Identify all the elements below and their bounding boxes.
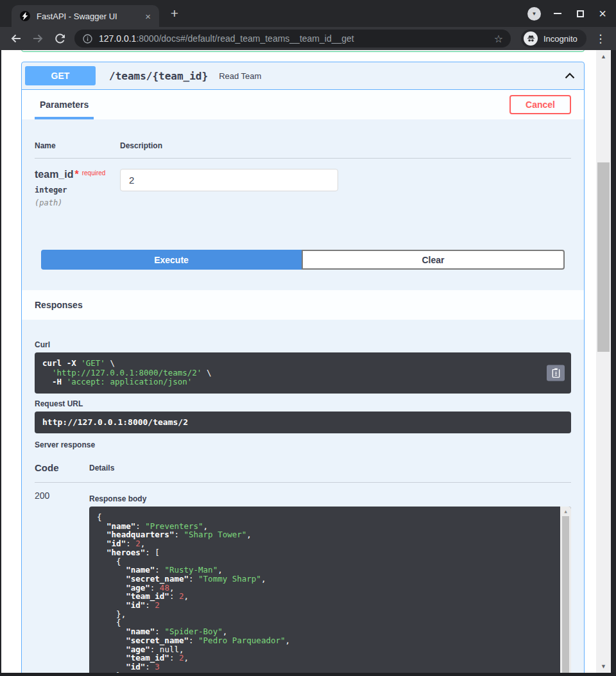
cancel-button[interactable]: Cancel [509, 95, 571, 114]
execute-wrapper: Execute Clear [35, 250, 571, 270]
parameter-type: integer [35, 186, 120, 195]
curl-command-text: curl -X 'GET' \ 'http://127.0.0.1:8000/t… [42, 359, 563, 387]
request-url-text: http://127.0.0.1:8000/teams/2 [42, 418, 563, 428]
swagger-page: GET /teams/{team_id} Read Team Parameter… [0, 50, 616, 676]
response-row: 200 Response body { "name": "Preventers"… [35, 483, 571, 676]
tab-close-icon[interactable]: × [142, 10, 154, 22]
page-info-icon[interactable] [82, 33, 93, 44]
browser-tab[interactable]: FastAPI - Swagger UI × [12, 5, 159, 27]
opblock-get-teams-team-id: GET /teams/{team_id} Read Team Parameter… [21, 62, 585, 676]
response-scrollbar[interactable]: ▲ [560, 507, 571, 676]
parameters-section-header: Parameters Cancel [22, 90, 584, 119]
execute-button[interactable]: Execute [41, 250, 302, 270]
url-path: :8000/docs#/default/read_team_teams__tea… [136, 33, 354, 44]
response-scrollbar-thumb[interactable] [562, 516, 569, 673]
required-asterisk: * [74, 169, 78, 180]
address-bar[interactable]: 127.0.0.1:8000/docs#/default/read_team_t… [74, 30, 511, 48]
response-body-block: { "name": "Preventers", "headquarters": … [89, 507, 571, 676]
tab-parameters[interactable]: Parameters [35, 90, 94, 119]
browser-menu-icon[interactable]: ⋮ [595, 32, 606, 46]
browser-window: FastAPI - Swagger UI × + ▼ × 127.0.0.1:8… [0, 0, 616, 676]
new-tab-button[interactable]: + [167, 6, 182, 22]
response-body-json: { "name": "Preventers", "headquarters": … [97, 513, 554, 676]
curl-label: Curl [35, 340, 571, 349]
parameter-name: team_id*required [35, 169, 120, 180]
description-column-header: Description [120, 141, 571, 150]
curl-command-block: curl -X 'GET' \ 'http://127.0.0.1:8000/t… [35, 352, 571, 394]
page-scrollbar-thumb[interactable] [597, 162, 610, 352]
required-label: required [82, 169, 106, 177]
responses-container: Curl curl -X 'GET' \ 'http://127.0.0.1:8… [22, 320, 584, 676]
clear-button[interactable]: Clear [302, 250, 565, 270]
scrollbar-down-icon[interactable]: ▼ [596, 663, 611, 670]
window-right-edge [611, 50, 616, 676]
collapse-chevron-up-icon[interactable] [563, 69, 576, 82]
fastapi-favicon-icon [20, 11, 30, 21]
bookmark-star-icon[interactable]: ☆ [494, 33, 503, 45]
server-response-label: Server response [35, 440, 571, 449]
parameter-value-cell [120, 169, 571, 207]
request-url-label: Request URL [35, 399, 571, 408]
parameters-tab-label: Parameters [40, 100, 89, 110]
incognito-icon [524, 31, 538, 46]
page-scrollbar[interactable]: ▲ ▼ [596, 50, 611, 676]
name-column-header: Name [35, 141, 120, 150]
scroll-up-icon[interactable]: ▲ [560, 507, 571, 516]
parameter-name-cell: team_id*required integer (path) [35, 169, 120, 207]
copy-to-clipboard-icon[interactable] [547, 365, 565, 381]
url-text: 127.0.0.1:8000/docs#/default/read_team_t… [99, 33, 354, 44]
reload-icon[interactable] [51, 30, 68, 47]
parameters-table-header: Name Description [35, 132, 571, 159]
parameter-row: team_id*required integer (path) [35, 159, 571, 207]
tab-title: FastAPI - Swagger UI [37, 12, 142, 21]
parameters-container: Name Description team_id*required intege… [22, 119, 584, 290]
active-tab-underline [35, 117, 94, 119]
response-details-cell: Response body { "name": "Preventers", "h… [89, 490, 571, 676]
response-body-label: Response body [89, 494, 571, 503]
response-table-header: Code Details [35, 455, 571, 483]
tab-search-button[interactable]: ▼ [527, 7, 541, 21]
browser-toolbar: 127.0.0.1:8000/docs#/default/read_team_t… [0, 27, 616, 50]
responses-title: Responses [35, 300, 83, 310]
close-window-button[interactable]: × [597, 0, 608, 27]
previous-endpoint-bottom-edge [21, 50, 585, 52]
window-bottom-edge [0, 673, 616, 676]
team-id-input[interactable] [120, 169, 338, 191]
maximize-button[interactable] [574, 0, 586, 27]
forward-icon[interactable] [30, 30, 46, 47]
minimize-button[interactable] [552, 0, 563, 27]
method-badge: GET [25, 66, 96, 85]
window-controls: ▼ × [527, 0, 608, 27]
code-column-header: Code [35, 462, 89, 473]
details-column-header: Details [89, 464, 571, 473]
window-left-edge [0, 50, 1, 676]
endpoint-path: /teams/{team_id} [109, 70, 208, 82]
scrollbar-up-icon[interactable]: ▲ [596, 53, 611, 60]
parameter-location: (path) [35, 198, 120, 207]
request-url-block: http://127.0.0.1:8000/teams/2 [35, 412, 571, 434]
back-icon[interactable] [8, 30, 24, 47]
incognito-label: Incognito [543, 34, 578, 44]
url-host: 127.0.0.1 [99, 33, 136, 44]
responses-section-header: Responses [22, 290, 584, 320]
browser-tab-bar: FastAPI - Swagger UI × + ▼ × [0, 0, 616, 27]
incognito-badge: Incognito [521, 30, 586, 48]
opblock-header[interactable]: GET /teams/{team_id} Read Team [22, 62, 584, 90]
status-code: 200 [35, 490, 89, 676]
endpoint-summary: Read Team [219, 71, 261, 81]
